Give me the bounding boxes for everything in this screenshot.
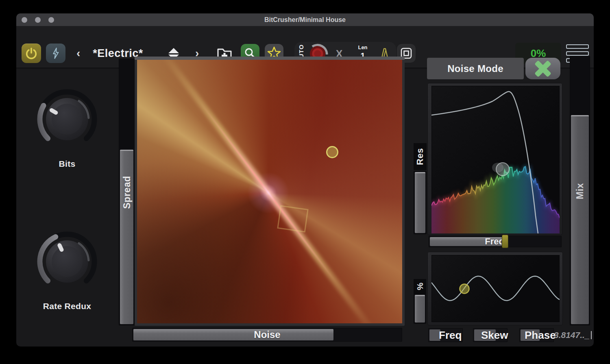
lightning-icon [50,47,61,59]
wave-screen[interactable] [431,255,560,322]
percent-label-box: % [414,279,426,294]
spectrum-freq-slider[interactable]: Freq [429,236,562,247]
power-icon [25,47,37,59]
plugin-window: BitCrusher/Minimal House ‹ *Electric* › [16,13,594,347]
res-slider[interactable] [414,171,427,234]
spread-slider-label: Spread [122,176,133,209]
rate-redux-knob-label: Rate Redux [22,301,112,311]
fractal-glyph [277,205,308,232]
visualizer-frame [135,57,405,326]
res-slider-label: Res [415,148,425,165]
light-streak-core [199,101,338,284]
wave-skew-label: Skew [481,328,508,342]
wave-phase-label: Phase [525,328,556,342]
text-cursor [591,331,592,339]
percent-slider[interactable] [414,294,426,324]
bypass-lightning-button[interactable] [46,44,65,63]
spectrum-freq-label: Freq [429,236,504,247]
wave-handle[interactable] [460,284,469,294]
xy-pad-handle[interactable] [326,146,338,158]
screen-background: BitCrusher/Minimal House ‹ *Electric* › [0,0,610,364]
knob-indicator [52,110,56,113]
title-bar: BitCrusher/Minimal House [16,13,594,26]
wave-freq-slider[interactable]: Freq [428,328,463,342]
wave-panel [427,252,563,325]
value-edit-field[interactable]: 3.8147.._ [554,330,592,340]
wave-path [431,276,560,301]
bits-knob-label: Bits [22,159,112,169]
len-label: Len [355,44,371,50]
bits-knob[interactable] [37,89,98,150]
spectrum-screen[interactable] [431,86,560,233]
lfo-wave-display [431,255,560,322]
window-title: BitCrusher/Minimal House [16,13,594,26]
res-label-box: Res [414,143,427,170]
noise-slider[interactable]: Noise [132,328,402,342]
value-text: 3.8147.._ [554,330,590,340]
wave-phase-slider[interactable]: Phase [519,328,554,342]
noise-mode-close-button[interactable] [525,58,560,79]
noise-mode-title: Noise Mode [427,58,524,79]
wave-freq-label: Freq [439,328,462,342]
noise-slider-label: Noise [132,328,402,342]
spectrum-freq-thumb[interactable] [502,235,508,248]
knob-indicator [59,245,61,250]
noise-spectrum-display [431,86,560,233]
power-button[interactable] [22,44,41,63]
spectrum-panel [427,83,562,235]
wave-skew-slider[interactable]: Skew [473,328,508,342]
rate-redux-knob[interactable] [37,231,98,292]
xy-pad-display[interactable] [137,60,402,323]
spectrum-handle[interactable] [496,163,509,176]
percent-slider-label: % [415,282,425,290]
mix-slider-label: Mix [575,183,586,199]
